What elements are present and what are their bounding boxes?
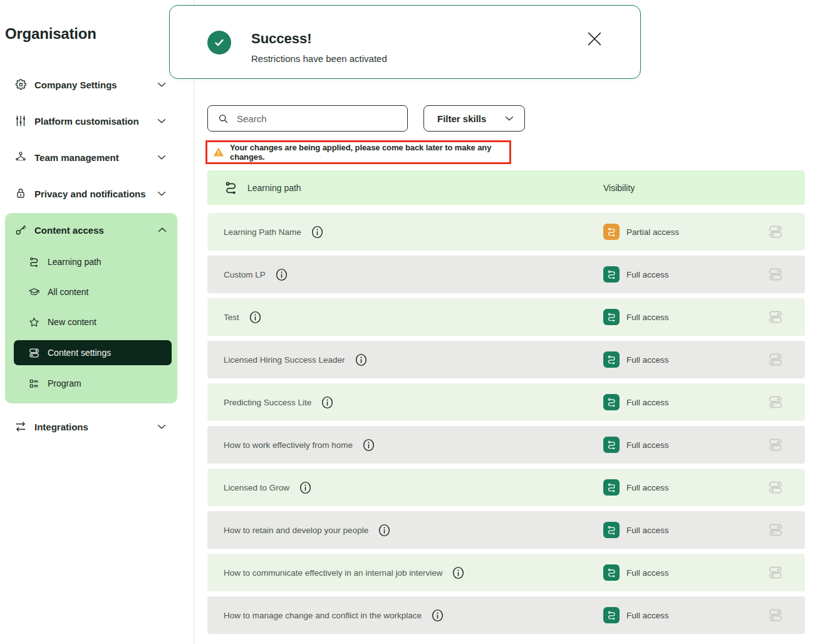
toggles-icon[interactable] xyxy=(767,521,784,539)
lock-icon xyxy=(14,187,28,200)
sidebar-subitem-content-settings[interactable]: Content settings xyxy=(14,340,172,365)
access-badge xyxy=(603,309,620,325)
toast-title: Success! xyxy=(251,31,312,47)
filter-skills-dropdown[interactable]: Filter skills xyxy=(423,105,525,132)
star-icon xyxy=(28,316,40,328)
sidebar-nav: Company Settings Platform customisation … xyxy=(0,66,194,445)
row-actions-cell xyxy=(767,564,805,581)
access-label: Partial access xyxy=(626,227,679,237)
info-icon[interactable] xyxy=(378,523,391,538)
table-row: How to work effectively from home Full a… xyxy=(207,426,805,464)
row-name: How to work effectively from home xyxy=(224,440,353,450)
sidebar-subitem-learning-path[interactable]: Learning path xyxy=(5,247,177,277)
team-icon xyxy=(14,150,28,164)
access-badge xyxy=(603,437,620,453)
close-icon[interactable] xyxy=(585,29,604,48)
row-actions-cell xyxy=(767,308,805,326)
access-badge xyxy=(603,351,620,368)
access-badge xyxy=(603,266,620,283)
row-name-cell: How to manage change and conflict in the… xyxy=(224,608,603,623)
toggles-icon[interactable] xyxy=(767,436,784,454)
sidebar-item-integrations[interactable]: Integrations xyxy=(0,408,194,445)
row-name-cell: Test xyxy=(224,310,603,325)
chevron-down-icon xyxy=(155,151,168,164)
sidebar-item-platform-customisation[interactable]: Platform customisation xyxy=(0,103,194,139)
access-label: Full access xyxy=(626,398,669,407)
info-icon[interactable] xyxy=(431,608,444,623)
sidebar-subitem-label: Content settings xyxy=(48,348,111,358)
chevron-down-icon xyxy=(155,115,168,127)
row-visibility-cell: Full access xyxy=(603,394,767,410)
row-visibility-cell: Full access xyxy=(603,351,767,368)
toggles-icon[interactable] xyxy=(767,351,784,368)
sidebar-subitem-new-content[interactable]: New content xyxy=(5,307,177,337)
row-visibility-cell: Full access xyxy=(603,522,767,538)
row-actions-cell xyxy=(767,223,805,241)
path-icon xyxy=(606,227,617,237)
info-icon[interactable] xyxy=(275,267,288,282)
path-icon xyxy=(606,568,617,578)
row-name-cell: How to retain and develop your people xyxy=(224,523,603,538)
path-icon xyxy=(606,482,617,493)
toggles-icon[interactable] xyxy=(767,564,784,581)
toggles-icon xyxy=(28,347,40,359)
sidebar-item-privacy-notifications[interactable]: Privacy and notifications xyxy=(0,175,194,212)
info-icon[interactable] xyxy=(362,438,375,452)
row-name: Custom LP xyxy=(224,270,266,279)
row-visibility-cell: Full access xyxy=(603,437,767,453)
sidebar-item-label: Privacy and notifications xyxy=(34,189,146,199)
sidebar-subitem-label: Program xyxy=(48,378,81,388)
row-actions-cell xyxy=(767,266,805,283)
chevron-down-icon xyxy=(155,78,168,91)
table-row: Custom LP Full access xyxy=(207,256,805,293)
search-box xyxy=(207,105,408,132)
access-badge xyxy=(603,224,620,240)
table-row: How to retain and develop your people Fu… xyxy=(207,511,805,549)
path-icon xyxy=(224,180,239,195)
header-name-label: Learning path xyxy=(247,183,301,193)
row-name-cell: Licensed Hiring Success Leader xyxy=(224,353,603,367)
table-header: Learning path Visibility xyxy=(207,170,805,205)
path-icon xyxy=(28,256,40,268)
info-icon[interactable] xyxy=(452,566,465,580)
info-icon[interactable] xyxy=(321,395,334,410)
info-icon[interactable] xyxy=(355,353,368,367)
key-icon xyxy=(14,223,28,237)
toast-message: Restrictions have been activated xyxy=(251,53,387,64)
row-name-cell: How to work effectively from home xyxy=(224,438,603,452)
sidebar-item-team-management[interactable]: Team management xyxy=(0,139,194,175)
sidebar: Organisation Company Settings Platform c… xyxy=(0,0,194,644)
toggles-icon[interactable] xyxy=(767,266,784,283)
row-name-cell: Custom LP xyxy=(224,267,603,282)
access-badge xyxy=(603,522,620,538)
row-name-cell: How to communicate effectively in an int… xyxy=(224,566,603,580)
info-icon[interactable] xyxy=(249,310,262,325)
filter-skills-label: Filter skills xyxy=(437,113,486,124)
sidebar-item-company-settings[interactable]: Company Settings xyxy=(0,66,194,103)
row-name: How to retain and develop your people xyxy=(224,526,368,535)
toggles-icon[interactable] xyxy=(767,393,784,411)
sidebar-item-label: Integrations xyxy=(34,422,88,432)
access-label: Full access xyxy=(626,568,669,578)
row-actions-cell xyxy=(767,351,805,368)
toggles-icon[interactable] xyxy=(767,606,784,624)
graduation-cap-icon xyxy=(28,286,40,298)
search-input[interactable] xyxy=(237,113,393,124)
row-name: Test xyxy=(224,313,239,322)
toggles-icon[interactable] xyxy=(767,308,784,326)
toggles-icon[interactable] xyxy=(767,223,784,241)
sidebar-subitem-program[interactable]: Program xyxy=(5,368,177,398)
path-icon xyxy=(606,440,617,450)
row-actions-cell xyxy=(767,606,805,624)
warning-message: Your changes are being applied, please c… xyxy=(230,143,509,162)
sidebar-subitem-all-content[interactable]: All content xyxy=(5,277,177,307)
info-icon[interactable] xyxy=(311,225,324,239)
chevron-down-icon xyxy=(155,187,168,200)
toggles-icon[interactable] xyxy=(767,479,784,496)
row-visibility-cell: Full access xyxy=(603,479,767,496)
table-row: Predicting Success Lite Full access xyxy=(207,383,805,421)
table-row: Licensed Hiring Success Leader Full acce… xyxy=(207,341,805,378)
access-badge xyxy=(603,564,620,581)
sidebar-item-content-access[interactable]: Content access xyxy=(5,213,177,247)
info-icon[interactable] xyxy=(299,480,312,495)
